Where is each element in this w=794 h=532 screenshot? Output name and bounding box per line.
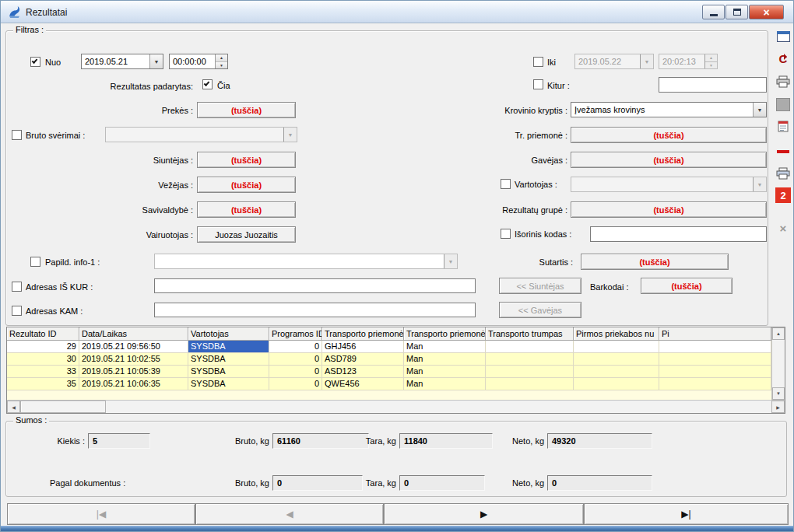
grid-col-header[interactable]: Pi xyxy=(659,327,771,341)
bruto-sverimai-select[interactable]: ▼ xyxy=(105,127,297,142)
siuntejas-button[interactable]: (tuščia) xyxy=(197,152,296,168)
adresas-kam-checkbox[interactable] xyxy=(12,306,22,316)
isorinis-kodas-checkbox[interactable] xyxy=(501,229,511,239)
nuo-date-picker[interactable]: 2019.05.21 ▼ xyxy=(81,54,163,69)
grid-cell[interactable] xyxy=(486,366,574,378)
papild-info-checkbox[interactable] xyxy=(30,257,40,267)
grid-col-header[interactable]: Rezultato ID xyxy=(7,327,79,341)
spin-up-icon[interactable]: ▲ xyxy=(216,54,227,62)
kitur-checkbox[interactable] xyxy=(533,79,543,89)
grid-cell[interactable]: 0 xyxy=(269,341,322,353)
iki-time-spinner[interactable]: 20:02:13 ▲▼ xyxy=(659,54,718,69)
grid-cell[interactable]: SYSDBA xyxy=(188,366,269,378)
barkodai-button[interactable]: (tuščia) xyxy=(641,278,733,294)
vezejas-button[interactable]: (tuščia) xyxy=(197,177,296,193)
scrollbar-track[interactable] xyxy=(106,401,771,413)
table-row[interactable]: 30 2019.05.21 10:02:55 SYSDBA 0 ASD789 M… xyxy=(7,353,771,366)
papild-info-select[interactable]: ▼ xyxy=(154,254,458,269)
notes-button[interactable] xyxy=(774,117,792,135)
vertical-scrollbar[interactable]: ▲ ▼ xyxy=(771,327,785,400)
copy-siuntejas-button[interactable]: << Siuntėjas xyxy=(499,278,581,294)
grid-col-header[interactable]: Data/Laikas xyxy=(79,327,188,341)
grid-cell[interactable] xyxy=(574,366,659,378)
grid-cell[interactable]: SYSDBA xyxy=(188,378,269,390)
grid-cell[interactable]: QWE456 xyxy=(322,378,404,390)
bruto-sverimai-checkbox[interactable] xyxy=(12,130,22,140)
grid-cell[interactable] xyxy=(486,341,574,353)
vartotojas-select[interactable]: ▼ xyxy=(571,177,767,192)
adresas-is-kur-input[interactable] xyxy=(154,278,476,293)
adresas-kam-input[interactable] xyxy=(154,303,476,317)
grid-cell[interactable]: Man xyxy=(404,353,486,366)
spin-down-icon[interactable]: ▼ xyxy=(216,62,227,69)
nuo-date-dropdown-icon[interactable]: ▼ xyxy=(149,54,163,68)
nav-last-button[interactable]: ▶| xyxy=(584,503,789,525)
grid-cell[interactable]: 29 xyxy=(7,341,79,353)
nuo-time-spinner[interactable]: 00:00:00 ▲▼ xyxy=(169,54,228,69)
gavejas-button[interactable]: (tuščia) xyxy=(571,152,767,168)
isorinis-kodas-input[interactable] xyxy=(590,226,767,242)
grid-cell[interactable]: GHJ456 xyxy=(322,341,404,353)
table-row[interactable]: 35 2019.05.21 10:06:35 SYSDBA 0 QWE456 M… xyxy=(7,378,771,390)
grid-cell[interactable] xyxy=(574,378,659,390)
grid-col-header[interactable]: Pirmos priekabos nu xyxy=(574,327,659,341)
krovinio-kryptis-select[interactable]: Įvežamas krovinys ▼ xyxy=(571,102,767,117)
grid-cell[interactable] xyxy=(659,378,771,390)
cia-checkbox[interactable] xyxy=(202,79,213,89)
titlebar[interactable]: Rezultatai × xyxy=(1,1,793,23)
grid-col-header[interactable]: Transporto priemonė xyxy=(404,327,486,341)
grid-cell[interactable] xyxy=(659,366,771,378)
grid-cell[interactable]: 0 xyxy=(269,366,322,378)
rezultatu-grupe-button[interactable]: (tuščia) xyxy=(571,201,767,218)
grid-cell[interactable]: Man xyxy=(404,341,486,353)
grid-cell[interactable] xyxy=(659,353,771,366)
grid-cell[interactable]: ASD789 xyxy=(322,353,404,366)
minimize-button[interactable] xyxy=(702,5,725,19)
scroll-down-icon[interactable]: ▼ xyxy=(772,387,785,400)
table-row[interactable]: 29 2019.05.21 09:56:50 SYSDBA 0 GHJ456 M… xyxy=(7,341,771,353)
prekes-button[interactable]: (tuščia) xyxy=(197,102,296,118)
scrollbar-thumb[interactable] xyxy=(20,401,106,413)
grid-cell[interactable] xyxy=(486,353,574,366)
blank-tool-button[interactable] xyxy=(774,95,792,114)
grid-cell[interactable]: SYSDBA xyxy=(188,353,269,366)
nav-first-button[interactable]: |◀ xyxy=(7,503,195,525)
savivaldybe-button[interactable]: (tuščia) xyxy=(197,201,296,218)
print-list-button[interactable] xyxy=(774,164,792,183)
grid-cell[interactable]: Man xyxy=(404,378,486,390)
adresas-is-kur-checkbox[interactable] xyxy=(12,282,22,292)
clear-button[interactable]: × xyxy=(774,219,792,237)
grid-cell[interactable] xyxy=(486,378,574,390)
grid-col-header[interactable]: Programos ID xyxy=(269,327,322,341)
sutartis-button[interactable]: (tuščia) xyxy=(581,254,729,270)
nav-prev-button[interactable]: ◀ xyxy=(195,503,384,525)
nav-next-button[interactable]: ▶ xyxy=(384,503,584,525)
close-button[interactable]: × xyxy=(749,5,784,19)
iki-date-picker[interactable]: 2019.05.22 ▼ xyxy=(574,54,654,69)
grid-cell[interactable] xyxy=(574,353,659,366)
grid-cell[interactable]: 0 xyxy=(269,378,322,390)
remove-button[interactable] xyxy=(774,142,792,161)
grid-cell[interactable]: ASD123 xyxy=(322,366,404,378)
grid-cell[interactable] xyxy=(659,341,771,353)
refresh-button[interactable]: C xyxy=(774,49,792,68)
scroll-right-icon[interactable]: ▶ xyxy=(771,401,785,413)
tr-priemone-button[interactable]: (tuščia) xyxy=(571,127,767,143)
grid-col-header[interactable]: Vartotojas xyxy=(188,327,269,341)
grid-cell[interactable]: 2019.05.21 10:02:55 xyxy=(79,353,188,366)
nuo-checkbox[interactable] xyxy=(30,57,40,67)
horizontal-scrollbar[interactable]: ◀ ▶ xyxy=(7,400,785,413)
grid-cell[interactable]: 35 xyxy=(7,378,79,390)
grid-col-header[interactable]: Transporto priemonė xyxy=(322,327,404,341)
print-button[interactable] xyxy=(774,72,792,91)
grid-cell[interactable]: 2019.05.21 10:05:39 xyxy=(79,366,188,378)
kitur-input[interactable] xyxy=(659,77,767,93)
vartotojas-checkbox[interactable] xyxy=(501,179,511,189)
grid-cell[interactable]: Man xyxy=(404,366,486,378)
copy-gavejas-button[interactable]: << Gavėjas xyxy=(499,302,581,318)
grid-col-header[interactable]: Transporto trumpas xyxy=(486,327,574,341)
grid-cell[interactable] xyxy=(574,341,659,353)
results-2-button[interactable]: 2 xyxy=(774,186,792,205)
scroll-left-icon[interactable]: ◀ xyxy=(7,401,20,413)
scroll-up-icon[interactable]: ▲ xyxy=(772,327,785,340)
